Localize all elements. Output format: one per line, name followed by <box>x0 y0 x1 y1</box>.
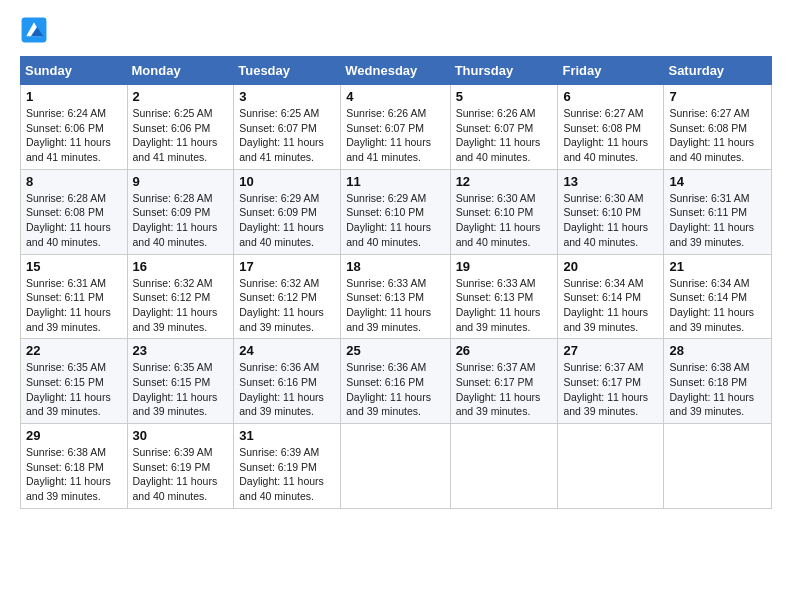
calendar-cell: 7Sunrise: 6:27 AMSunset: 6:08 PMDaylight… <box>664 85 772 170</box>
day-info: Sunrise: 6:32 AMSunset: 6:12 PMDaylight:… <box>239 276 335 335</box>
day-info: Sunrise: 6:31 AMSunset: 6:11 PMDaylight:… <box>669 191 766 250</box>
calendar-cell: 9Sunrise: 6:28 AMSunset: 6:09 PMDaylight… <box>127 169 234 254</box>
day-number: 21 <box>669 259 766 274</box>
day-number: 16 <box>133 259 229 274</box>
calendar-body: 1Sunrise: 6:24 AMSunset: 6:06 PMDaylight… <box>21 85 772 509</box>
day-info: Sunrise: 6:27 AMSunset: 6:08 PMDaylight:… <box>563 106 658 165</box>
day-number: 6 <box>563 89 658 104</box>
day-number: 25 <box>346 343 444 358</box>
day-info: Sunrise: 6:29 AMSunset: 6:09 PMDaylight:… <box>239 191 335 250</box>
day-info: Sunrise: 6:24 AMSunset: 6:06 PMDaylight:… <box>26 106 122 165</box>
day-info: Sunrise: 6:27 AMSunset: 6:08 PMDaylight:… <box>669 106 766 165</box>
day-number: 12 <box>456 174 553 189</box>
calendar-cell: 6Sunrise: 6:27 AMSunset: 6:08 PMDaylight… <box>558 85 664 170</box>
week-row-1: 1Sunrise: 6:24 AMSunset: 6:06 PMDaylight… <box>21 85 772 170</box>
calendar-cell <box>341 424 450 509</box>
day-info: Sunrise: 6:29 AMSunset: 6:10 PMDaylight:… <box>346 191 444 250</box>
day-info: Sunrise: 6:34 AMSunset: 6:14 PMDaylight:… <box>669 276 766 335</box>
day-info: Sunrise: 6:38 AMSunset: 6:18 PMDaylight:… <box>669 360 766 419</box>
week-row-3: 15Sunrise: 6:31 AMSunset: 6:11 PMDayligh… <box>21 254 772 339</box>
calendar-table: SundayMondayTuesdayWednesdayThursdayFrid… <box>20 56 772 509</box>
calendar-cell: 20Sunrise: 6:34 AMSunset: 6:14 PMDayligh… <box>558 254 664 339</box>
logo-icon <box>20 16 48 44</box>
calendar-cell <box>558 424 664 509</box>
day-number: 19 <box>456 259 553 274</box>
week-row-5: 29Sunrise: 6:38 AMSunset: 6:18 PMDayligh… <box>21 424 772 509</box>
day-info: Sunrise: 6:30 AMSunset: 6:10 PMDaylight:… <box>563 191 658 250</box>
day-number: 2 <box>133 89 229 104</box>
day-info: Sunrise: 6:37 AMSunset: 6:17 PMDaylight:… <box>456 360 553 419</box>
day-number: 26 <box>456 343 553 358</box>
day-number: 15 <box>26 259 122 274</box>
calendar-cell: 15Sunrise: 6:31 AMSunset: 6:11 PMDayligh… <box>21 254 128 339</box>
weekday-header-wednesday: Wednesday <box>341 57 450 85</box>
day-number: 30 <box>133 428 229 443</box>
calendar-cell: 25Sunrise: 6:36 AMSunset: 6:16 PMDayligh… <box>341 339 450 424</box>
day-info: Sunrise: 6:26 AMSunset: 6:07 PMDaylight:… <box>456 106 553 165</box>
weekday-header-friday: Friday <box>558 57 664 85</box>
calendar-cell: 4Sunrise: 6:26 AMSunset: 6:07 PMDaylight… <box>341 85 450 170</box>
calendar-cell: 17Sunrise: 6:32 AMSunset: 6:12 PMDayligh… <box>234 254 341 339</box>
day-number: 7 <box>669 89 766 104</box>
weekday-header-tuesday: Tuesday <box>234 57 341 85</box>
weekday-header-saturday: Saturday <box>664 57 772 85</box>
day-info: Sunrise: 6:25 AMSunset: 6:06 PMDaylight:… <box>133 106 229 165</box>
day-number: 13 <box>563 174 658 189</box>
day-info: Sunrise: 6:30 AMSunset: 6:10 PMDaylight:… <box>456 191 553 250</box>
day-number: 18 <box>346 259 444 274</box>
day-number: 1 <box>26 89 122 104</box>
day-number: 20 <box>563 259 658 274</box>
page: SundayMondayTuesdayWednesdayThursdayFrid… <box>0 0 792 612</box>
calendar-cell: 11Sunrise: 6:29 AMSunset: 6:10 PMDayligh… <box>341 169 450 254</box>
day-number: 17 <box>239 259 335 274</box>
week-row-4: 22Sunrise: 6:35 AMSunset: 6:15 PMDayligh… <box>21 339 772 424</box>
day-number: 14 <box>669 174 766 189</box>
day-info: Sunrise: 6:35 AMSunset: 6:15 PMDaylight:… <box>133 360 229 419</box>
day-number: 31 <box>239 428 335 443</box>
day-number: 22 <box>26 343 122 358</box>
day-number: 9 <box>133 174 229 189</box>
day-info: Sunrise: 6:25 AMSunset: 6:07 PMDaylight:… <box>239 106 335 165</box>
day-info: Sunrise: 6:32 AMSunset: 6:12 PMDaylight:… <box>133 276 229 335</box>
calendar-cell: 18Sunrise: 6:33 AMSunset: 6:13 PMDayligh… <box>341 254 450 339</box>
day-info: Sunrise: 6:38 AMSunset: 6:18 PMDaylight:… <box>26 445 122 504</box>
day-number: 11 <box>346 174 444 189</box>
calendar-cell: 26Sunrise: 6:37 AMSunset: 6:17 PMDayligh… <box>450 339 558 424</box>
day-number: 10 <box>239 174 335 189</box>
day-number: 29 <box>26 428 122 443</box>
day-number: 27 <box>563 343 658 358</box>
calendar-cell: 21Sunrise: 6:34 AMSunset: 6:14 PMDayligh… <box>664 254 772 339</box>
calendar-cell: 8Sunrise: 6:28 AMSunset: 6:08 PMDaylight… <box>21 169 128 254</box>
logo <box>20 16 52 44</box>
header <box>20 16 772 44</box>
day-info: Sunrise: 6:37 AMSunset: 6:17 PMDaylight:… <box>563 360 658 419</box>
day-info: Sunrise: 6:34 AMSunset: 6:14 PMDaylight:… <box>563 276 658 335</box>
day-number: 5 <box>456 89 553 104</box>
weekday-header-row: SundayMondayTuesdayWednesdayThursdayFrid… <box>21 57 772 85</box>
calendar-cell: 12Sunrise: 6:30 AMSunset: 6:10 PMDayligh… <box>450 169 558 254</box>
weekday-header-thursday: Thursday <box>450 57 558 85</box>
day-number: 28 <box>669 343 766 358</box>
calendar-cell: 28Sunrise: 6:38 AMSunset: 6:18 PMDayligh… <box>664 339 772 424</box>
calendar-cell: 24Sunrise: 6:36 AMSunset: 6:16 PMDayligh… <box>234 339 341 424</box>
calendar-cell: 30Sunrise: 6:39 AMSunset: 6:19 PMDayligh… <box>127 424 234 509</box>
day-info: Sunrise: 6:33 AMSunset: 6:13 PMDaylight:… <box>456 276 553 335</box>
day-info: Sunrise: 6:31 AMSunset: 6:11 PMDaylight:… <box>26 276 122 335</box>
calendar-cell: 27Sunrise: 6:37 AMSunset: 6:17 PMDayligh… <box>558 339 664 424</box>
day-number: 3 <box>239 89 335 104</box>
day-info: Sunrise: 6:36 AMSunset: 6:16 PMDaylight:… <box>346 360 444 419</box>
day-info: Sunrise: 6:28 AMSunset: 6:08 PMDaylight:… <box>26 191 122 250</box>
calendar-cell: 19Sunrise: 6:33 AMSunset: 6:13 PMDayligh… <box>450 254 558 339</box>
calendar-cell: 16Sunrise: 6:32 AMSunset: 6:12 PMDayligh… <box>127 254 234 339</box>
calendar-cell: 29Sunrise: 6:38 AMSunset: 6:18 PMDayligh… <box>21 424 128 509</box>
calendar-cell: 23Sunrise: 6:35 AMSunset: 6:15 PMDayligh… <box>127 339 234 424</box>
day-info: Sunrise: 6:33 AMSunset: 6:13 PMDaylight:… <box>346 276 444 335</box>
calendar-cell: 31Sunrise: 6:39 AMSunset: 6:19 PMDayligh… <box>234 424 341 509</box>
day-info: Sunrise: 6:26 AMSunset: 6:07 PMDaylight:… <box>346 106 444 165</box>
calendar-cell: 14Sunrise: 6:31 AMSunset: 6:11 PMDayligh… <box>664 169 772 254</box>
calendar-cell <box>664 424 772 509</box>
day-info: Sunrise: 6:36 AMSunset: 6:16 PMDaylight:… <box>239 360 335 419</box>
calendar-cell: 10Sunrise: 6:29 AMSunset: 6:09 PMDayligh… <box>234 169 341 254</box>
day-number: 4 <box>346 89 444 104</box>
calendar-cell <box>450 424 558 509</box>
